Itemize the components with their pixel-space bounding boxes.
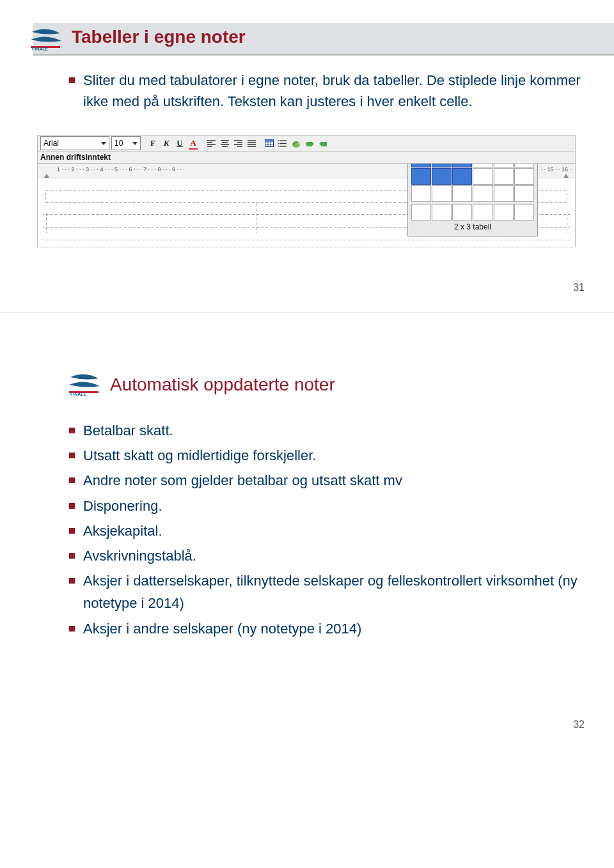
font-name: Arial	[43, 139, 59, 148]
align-left-button[interactable]	[205, 137, 217, 149]
font-size-select[interactable]: 10	[111, 136, 141, 150]
table-picker-cell[interactable]	[473, 164, 492, 167]
chevron-down-icon	[101, 142, 106, 145]
table-picker-popover: 2 x 3 tabell	[407, 164, 538, 236]
table-picker-cell[interactable]	[411, 164, 431, 167]
list-button[interactable]	[277, 137, 288, 149]
align-center-button[interactable]	[219, 137, 230, 149]
tag-green-button[interactable]	[304, 137, 315, 149]
table-picker-cell[interactable]	[473, 204, 492, 221]
table-guide	[45, 213, 47, 233]
svg-point-10	[297, 143, 298, 144]
slide-title: Tabeller i egne noter	[72, 27, 246, 47]
table-picker-cell[interactable]	[432, 168, 452, 185]
bullet-list-1: Sliter du med tabulatorer i egne noter, …	[69, 70, 614, 112]
list-item: Utsatt skatt og midlertidige forskjeller…	[69, 444, 588, 467]
title-underline	[33, 54, 614, 56]
table-picker-cell[interactable]	[473, 185, 492, 202]
format-toolbar: Arial 10 F K U A	[37, 135, 576, 151]
table-picker-cell[interactable]	[494, 204, 514, 221]
bold-button[interactable]: F	[147, 137, 159, 149]
table-picker-cell[interactable]	[452, 168, 472, 185]
list-item: Aksjer i datterselskaper, tilknyttede se…	[69, 570, 588, 614]
svg-point-4	[278, 140, 279, 141]
svg-point-6	[278, 145, 279, 146]
table-picker-cell[interactable]	[494, 185, 514, 202]
table-picker-cell[interactable]	[452, 204, 472, 221]
italic-button[interactable]: K	[161, 137, 172, 149]
finale-logo-icon: FINALE	[27, 28, 64, 51]
table-picker-cell[interactable]	[432, 204, 452, 221]
svg-rect-3	[265, 140, 274, 142]
table-picker-cell[interactable]	[514, 204, 534, 221]
table-picker-cell[interactable]	[494, 164, 514, 167]
table-picker-cell[interactable]	[411, 185, 431, 202]
align-right-button[interactable]	[232, 137, 244, 149]
font-color-button[interactable]: A	[187, 137, 199, 149]
slide-1: FINALE Tabeller i egne noter Sliter du m…	[0, 0, 614, 313]
page-number: 32	[0, 642, 614, 750]
svg-point-8	[293, 143, 294, 144]
table-picker-cell[interactable]	[514, 164, 534, 167]
ruler-indent-left-icon	[44, 173, 49, 176]
paint-button[interactable]	[290, 137, 302, 149]
list-item: Sliter du med tabulatorer i egne noter, …	[69, 70, 588, 112]
tag-green-alt-button[interactable]	[317, 137, 329, 149]
editor-subtitle-text: Annen driftsinntekt	[40, 153, 111, 162]
svg-point-9	[295, 141, 296, 143]
list-item: Betalbar skatt.	[69, 419, 588, 442]
ruler-marks-right: · · 15 · · 16 ·	[540, 166, 571, 173]
table-picker-cell[interactable]	[494, 168, 514, 185]
editor-body: 1 · · · 2 · · · 3 · · · 4 · · · 5 · · · …	[37, 164, 576, 247]
chevron-down-icon	[132, 142, 138, 145]
svg-text:FINALE: FINALE	[70, 392, 87, 396]
table-picker-cell[interactable]	[432, 164, 452, 167]
table-guide	[255, 203, 256, 233]
list-item: Disponering.	[69, 495, 588, 517]
editor-toolbar-embed: Arial 10 F K U A	[37, 135, 576, 247]
slide-2-header: FINALE Automatisk oppdaterte noter	[65, 373, 614, 396]
slide-2: FINALE Automatisk oppdaterte noter Betal…	[0, 313, 614, 769]
align-justify-button[interactable]	[246, 137, 257, 149]
list-item: Andre noter som gjelder betalbar og utsa…	[69, 469, 588, 492]
bullet-list-2: Betalbar skatt. Utsatt skatt og midlerti…	[69, 419, 614, 640]
slide-title-bar: FINALE Tabeller i egne noter	[33, 23, 614, 54]
table-picker-label: 2 x 3 tabell	[411, 221, 534, 233]
table-picker-cell[interactable]	[514, 168, 534, 185]
underline-button[interactable]: U	[174, 137, 185, 149]
font-select[interactable]: Arial	[40, 136, 109, 150]
svg-rect-12	[321, 142, 327, 146]
finale-logo-icon: FINALE	[65, 373, 102, 396]
insert-table-button[interactable]	[264, 137, 275, 149]
svg-point-5	[278, 143, 279, 144]
svg-rect-11	[306, 142, 312, 146]
editor-subtitle: Annen driftsinntekt	[37, 151, 576, 164]
list-item: Aksjekapital.	[69, 520, 588, 542]
font-size: 10	[114, 139, 123, 148]
table-picker-cell[interactable]	[473, 168, 492, 185]
table-picker-cell[interactable]	[452, 164, 472, 167]
table-picker-cell[interactable]	[411, 204, 431, 221]
table-picker-cell[interactable]	[514, 185, 534, 202]
table-guide	[43, 239, 570, 240]
svg-text:FINALE: FINALE	[32, 47, 49, 51]
ruler-indent-right-icon	[563, 173, 569, 176]
table-picker-cell[interactable]	[432, 185, 452, 202]
table-picker-cell[interactable]	[411, 168, 431, 185]
table-guide	[566, 213, 567, 233]
page-number: 31	[0, 247, 614, 304]
slide-2-title: Automatisk oppdaterte noter	[110, 375, 335, 395]
list-item: Avskrivningstablå.	[69, 545, 588, 567]
table-picker-cell[interactable]	[452, 185, 472, 202]
ruler-marks-left: 1 · · · 2 · · · 3 · · · 4 · · · 5 · · · …	[57, 166, 182, 173]
list-item: Aksjer i andre selskaper (ny notetype i …	[69, 617, 588, 640]
